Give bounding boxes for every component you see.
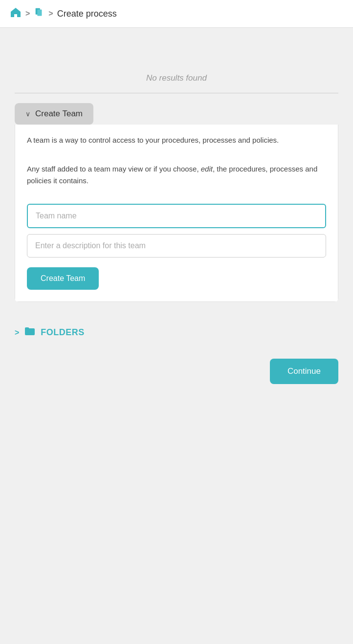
team-info-edit-italic: edit xyxy=(201,165,213,173)
folders-label: FOLDERS xyxy=(41,327,85,338)
folders-section[interactable]: > FOLDERS xyxy=(0,312,353,349)
breadcrumb-chevron-2: > xyxy=(48,9,53,18)
no-results-text: No results found xyxy=(15,59,338,93)
breadcrumb-chevron-1: > xyxy=(25,9,30,18)
create-team-expanded-content: A team is a way to control access to you… xyxy=(15,125,338,302)
main-content: ... No results found ∨ Create Team A tea… xyxy=(0,28,353,404)
chevron-down-icon: ∨ xyxy=(25,110,30,118)
pages-icon[interactable] xyxy=(34,7,44,21)
create-team-section: ∨ Create Team A team is a way to control… xyxy=(0,103,353,312)
team-name-input[interactable] xyxy=(27,204,326,228)
create-team-toggle-button[interactable]: ∨ Create Team xyxy=(15,103,93,125)
team-description-input[interactable] xyxy=(27,234,326,258)
bottom-bar: Continue xyxy=(0,349,353,404)
continue-button[interactable]: Continue xyxy=(270,359,338,384)
svg-rect-1 xyxy=(38,9,42,16)
page-title: Create process xyxy=(57,9,117,19)
team-info-paragraph-1: A team is a way to control access to you… xyxy=(27,134,326,146)
create-team-button[interactable]: Create Team xyxy=(27,267,99,290)
create-team-wrapper: ∨ Create Team A team is a way to control… xyxy=(15,103,338,302)
team-info-paragraph-2-part1: Any staff added to a team may view or if… xyxy=(27,165,201,173)
create-team-toggle-label: Create Team xyxy=(35,109,83,119)
breadcrumb-bar: > > Create process xyxy=(0,0,353,28)
team-info-paragraph-2: Any staff added to a team may view or if… xyxy=(27,163,326,186)
folders-folder-icon xyxy=(24,326,36,339)
divider xyxy=(15,93,338,93)
folders-chevron-icon: > xyxy=(15,328,19,337)
home-icon[interactable] xyxy=(10,7,22,21)
top-scroll-area: ... No results found xyxy=(0,28,353,93)
